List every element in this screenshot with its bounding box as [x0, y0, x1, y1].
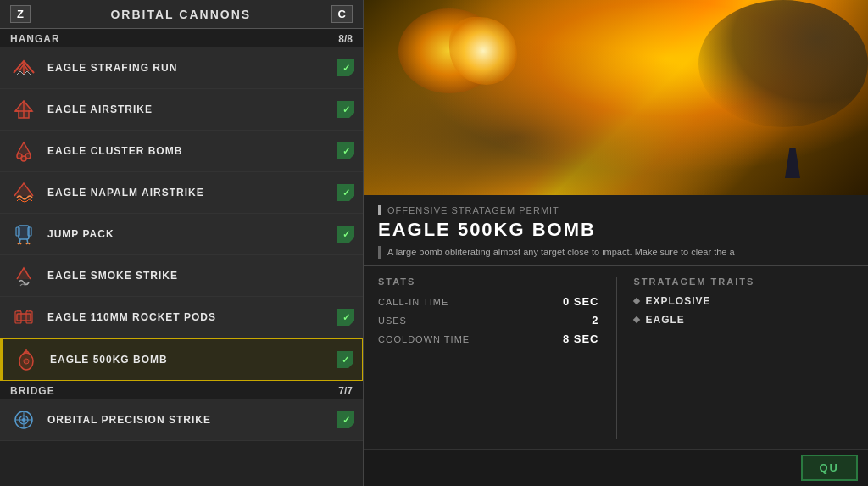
- item-label: EAGLE NAPALM AIRSTRIKE: [47, 187, 337, 198]
- list-item-active[interactable]: EAGLE 500KG BOMB ✓: [0, 338, 363, 381]
- left-panel: Z ORBITAL CANNONS C HANGAR 8/8 EAGLE STR…: [0, 0, 364, 486]
- trait-bullet: [632, 316, 639, 323]
- item-check: ✓: [337, 411, 354, 428]
- svg-rect-6: [19, 226, 29, 239]
- item-check: ✓: [337, 309, 354, 326]
- item-label: EAGLE AIRSTRIKE: [47, 103, 337, 115]
- item-label: EAGLE SMOKE STRIKE: [47, 270, 354, 282]
- svg-point-20: [24, 359, 29, 364]
- traits-column: STRATAGEM TRAITS EXPLOSIVE EAGLE: [616, 277, 855, 439]
- item-icon: [8, 136, 39, 166]
- item-label: ORBITAL PRECISION STRIKE: [47, 414, 337, 426]
- bottom-bar: QU: [364, 449, 868, 486]
- items-list: HANGAR 8/8 EAGLE STRAFING RUN ✓: [0, 29, 363, 486]
- stat-row: USES 2: [378, 314, 599, 327]
- svg-point-25: [22, 418, 25, 422]
- trait-name: EAGLE: [646, 314, 685, 326]
- stats-title: STATS: [378, 277, 599, 287]
- list-item[interactable]: EAGLE 110MM ROCKET PODS ✓: [0, 297, 363, 338]
- bridge-section-header: BRIDGE 7/7: [0, 381, 363, 399]
- item-label: EAGLE 500KG BOMB: [50, 354, 337, 366]
- item-label: EAGLE 110MM ROCKET PODS: [47, 311, 337, 323]
- hangar-count: 8/8: [338, 33, 353, 45]
- item-label: JUMP PACK: [47, 228, 337, 240]
- trait-bullet: [632, 298, 639, 304]
- item-icon: [8, 302, 39, 332]
- list-item[interactable]: EAGLE CLUSTER BOMB ✓: [0, 131, 363, 172]
- list-item[interactable]: ORBITAL PRECISION STRIKE ✓: [0, 399, 363, 441]
- item-check: ✓: [337, 226, 354, 243]
- trait-name: EXPLOSIVE: [646, 295, 711, 307]
- svg-rect-13: [26, 311, 32, 323]
- list-item[interactable]: EAGLE STRAFING RUN ✓: [0, 47, 363, 89]
- item-check: ✓: [337, 101, 354, 118]
- svg-point-5: [21, 156, 26, 161]
- list-item[interactable]: EAGLE NAPALM AIRSTRIKE ✓: [0, 172, 363, 214]
- item-check: ✓: [337, 59, 354, 76]
- item-icon: [8, 219, 39, 249]
- smoke-cloud: [698, 0, 868, 127]
- stat-value: 2: [592, 314, 598, 327]
- stats-column: STATS CALL-IN TIME 0 SEC USES 2 COOLDOWN…: [378, 277, 599, 439]
- hangar-section-header: HANGAR 8/8: [0, 29, 363, 47]
- list-item[interactable]: EAGLE AIRSTRIKE ✓: [0, 89, 363, 131]
- bridge-count: 7/7: [338, 385, 353, 397]
- item-icon: [11, 344, 42, 375]
- left-key[interactable]: Z: [10, 5, 31, 23]
- preview-image: [364, 0, 868, 195]
- item-icon: [8, 405, 39, 435]
- item-check: ✓: [337, 142, 354, 159]
- panel-header: Z ORBITAL CANNONS C: [0, 0, 363, 29]
- svg-rect-8: [28, 227, 31, 236]
- right-panel: OFFENSIVE STRATAGEM PERMIT EAGLE 500KG B…: [364, 0, 868, 486]
- list-item[interactable]: JUMP PACK ✓: [0, 214, 363, 255]
- item-icon: [8, 53, 39, 83]
- stat-row: CALL-IN TIME 0 SEC: [378, 295, 599, 308]
- svg-rect-7: [16, 227, 19, 236]
- stats-area: STATS CALL-IN TIME 0 SEC USES 2 COOLDOWN…: [364, 266, 868, 449]
- panel-title: ORBITAL CANNONS: [110, 8, 251, 21]
- trait-item: EAGLE: [634, 314, 855, 326]
- trait-item: EXPLOSIVE: [634, 295, 855, 307]
- stat-name: COOLDOWN TIME: [378, 334, 470, 344]
- item-icon: [8, 260, 39, 291]
- item-description: A large bomb obliterating almost any tar…: [378, 246, 854, 259]
- item-check: ✓: [337, 184, 354, 201]
- bridge-label: BRIDGE: [10, 385, 55, 397]
- stat-row: COOLDOWN TIME 8 SEC: [378, 332, 599, 345]
- info-panel: OFFENSIVE STRATAGEM PERMIT EAGLE 500KG B…: [364, 195, 868, 266]
- right-key[interactable]: C: [331, 5, 353, 23]
- item-title: EAGLE 500KG BOMB: [378, 219, 854, 241]
- item-icon: [8, 94, 39, 125]
- item-check: ✓: [337, 351, 353, 368]
- item-icon: [8, 177, 39, 208]
- permit-label: OFFENSIVE STRATAGEM PERMIT: [378, 205, 854, 215]
- stat-name: CALL-IN TIME: [378, 297, 448, 307]
- traits-title: STRATAGEM TRAITS: [634, 277, 855, 287]
- item-label: EAGLE STRAFING RUN: [47, 62, 337, 74]
- item-label: EAGLE CLUSTER BOMB: [47, 145, 337, 157]
- stat-value: 8 SEC: [563, 332, 599, 345]
- stat-name: USES: [378, 316, 407, 326]
- stat-value: 0 SEC: [563, 295, 599, 308]
- hangar-label: HANGAR: [10, 33, 60, 45]
- list-item[interactable]: EAGLE SMOKE STRIKE: [0, 255, 363, 297]
- quit-button[interactable]: QU: [801, 455, 859, 481]
- svg-rect-12: [15, 311, 21, 323]
